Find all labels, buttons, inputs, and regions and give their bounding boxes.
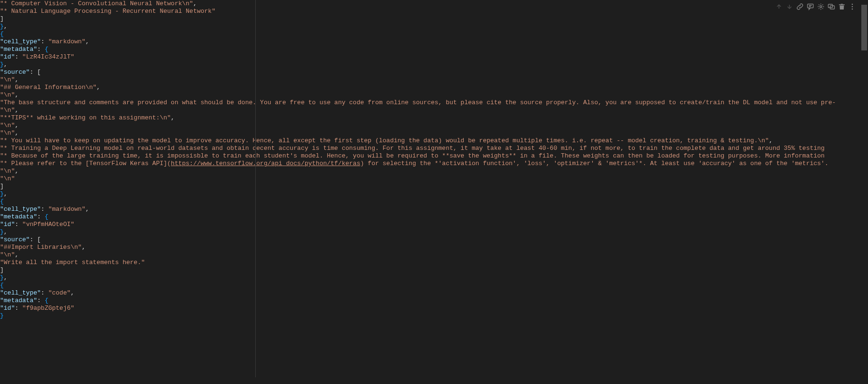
code-line[interactable]: "\n", [0,122,860,129]
code-line[interactable]: "* Please refer to the [TensorFlow Keras… [0,160,860,167]
more-actions-button[interactable] [847,2,858,11]
code-editor-content[interactable]: "* Computer Vision - Convolutional Neura… [0,0,860,384]
move-cell-up-button[interactable] [774,2,784,11]
code-line[interactable]: { [0,30,860,38]
code-line[interactable]: }, [0,190,860,198]
move-cell-down-button[interactable] [784,2,795,11]
code-line[interactable]: "\n", [0,91,860,99]
code-line[interactable]: ] [0,183,860,190]
code-line[interactable]: } [0,312,860,320]
code-line[interactable]: "cell_type": "markdown", [0,206,860,213]
svg-rect-0 [808,4,813,8]
scroll-thumb[interactable] [861,5,867,50]
code-line[interactable]: "source": [ [0,236,860,244]
code-line[interactable]: "**TIPS** while working on this assignme… [0,114,860,122]
code-line[interactable]: "\n", [0,129,860,137]
delete-button[interactable] [837,2,847,11]
code-line[interactable]: "metadata": { [0,213,860,221]
code-line[interactable]: { [0,198,860,206]
horizontal-scrollbar[interactable] [0,377,860,384]
code-line[interactable]: "id": "vnPfmHAOteOI" [0,221,860,228]
code-line[interactable]: "metadata": { [0,46,860,53]
code-line[interactable]: "* Training a Deep Learning model on rea… [0,145,860,152]
vertical-scrollbar[interactable] [860,0,868,384]
code-line[interactable]: "The base structure and comments are pro… [0,99,860,107]
code-line[interactable]: "## General Information\n", [0,84,860,91]
code-line[interactable]: }, [0,228,860,236]
code-line[interactable]: "cell_type": "markdown", [0,38,860,46]
svg-point-4 [852,4,853,5]
code-line[interactable]: "id": "f9apbZGptej6" [0,305,860,312]
code-line[interactable]: ] [0,15,860,23]
code-line[interactable]: "##Import Libraries\n", [0,244,860,251]
mirror-button[interactable] [826,2,837,11]
code-line[interactable]: "* Because of the large training time, i… [0,152,860,160]
code-line[interactable]: "cell_type": "code", [0,289,860,297]
code-line[interactable]: "\n", [0,167,860,175]
comment-button[interactable] [805,2,816,11]
code-line[interactable]: { [0,282,860,289]
code-line[interactable]: "\n" [0,175,860,183]
code-line[interactable]: "* You will have to keep on updating the… [0,137,860,145]
code-line[interactable]: }, [0,23,860,30]
code-line[interactable]: "\n", [0,107,860,114]
code-line[interactable]: "Write all the import statements here." [0,259,860,266]
code-line[interactable]: }, [0,274,860,282]
code-line[interactable]: "source": [ [0,69,860,76]
editor-ruler [255,0,256,384]
svg-point-5 [852,6,853,8]
code-line[interactable]: "id": "LzR4Ic34zJlT" [0,53,860,61]
code-line[interactable]: ] [0,266,860,274]
code-line[interactable]: "metadata": { [0,297,860,305]
svg-point-1 [820,6,822,8]
svg-point-6 [852,9,853,10]
code-line[interactable]: "* Computer Vision - Convolutional Neura… [0,0,860,8]
code-line[interactable]: "* Natural Language Processing - Recurre… [0,8,860,15]
link-button[interactable] [795,2,805,11]
cell-toolbar [774,2,858,11]
code-line[interactable]: "\n", [0,76,860,84]
code-line[interactable]: "\n", [0,251,860,259]
settings-button[interactable] [816,2,826,11]
code-line[interactable]: }, [0,61,860,69]
